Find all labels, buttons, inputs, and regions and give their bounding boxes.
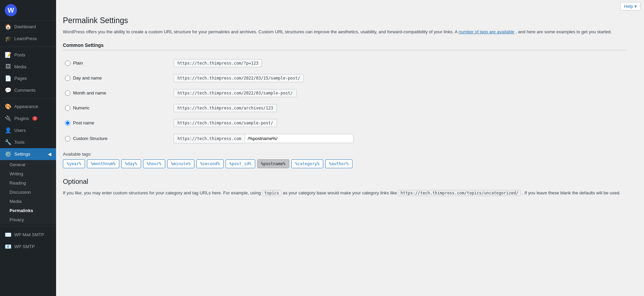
tag-year[interactable]: %year% — [63, 159, 85, 168]
submenu-discussion[interactable]: Discussion — [0, 188, 56, 197]
numeric-url-sample: https://tech.thimpress.com/archives/123 — [174, 104, 277, 112]
example-url-code: https://tech.thimpress.com/topics/uncate… — [398, 190, 521, 196]
sidebar-divider-1 — [0, 47, 56, 47]
custom-structure-radio-label[interactable]: Custom Structure — [65, 136, 170, 141]
sidebar-item-label: Appearance — [14, 104, 38, 109]
sidebar-item-pages[interactable]: 📄 Pages — [0, 72, 56, 84]
sidebar-item-wp-mail-smtp[interactable]: ✉️ WP Mail SMTP — [0, 229, 56, 241]
submenu-writing[interactable]: Writing — [0, 169, 56, 178]
sidebar-logo: W — [0, 0, 56, 21]
table-row: Numeric https://tech.thimpress.com/archi… — [63, 101, 627, 116]
page-content: Permalink Settings WordPress offers you … — [56, 13, 634, 212]
table-row: Month and name https://tech.thimpress.co… — [63, 86, 627, 101]
sidebar-item-label: Media — [14, 64, 26, 69]
plain-url-sample: https://tech.thimpress.com/?p=123 — [174, 59, 262, 67]
table-row: Custom Structure https://tech.thimpress.… — [63, 130, 627, 147]
sidebar-item-label: Dashboard — [14, 24, 36, 29]
sidebar-item-media[interactable]: 🖼 Media — [0, 61, 56, 72]
available-tags-label: Available tags: — [63, 152, 627, 157]
tag-hour[interactable]: %hour% — [143, 159, 165, 168]
optional-description: If you like, you may enter custom struct… — [63, 190, 627, 197]
plugins-icon: 🔌 — [5, 115, 12, 122]
custom-structure-radio[interactable] — [65, 136, 70, 141]
post-name-radio-label[interactable]: Post name — [65, 120, 170, 126]
pages-icon: 📄 — [5, 75, 12, 82]
sidebar-divider-3 — [0, 226, 56, 227]
sidebar-item-label: LearnPress — [14, 36, 37, 41]
tag-postname[interactable]: %postname% — [257, 159, 289, 168]
sidebar-item-label: WP Mail SMTP — [14, 232, 44, 237]
sidebar-item-users[interactable]: 👤 Users — [0, 124, 56, 136]
wp-mail-smtp-icon: ✉️ — [5, 231, 12, 238]
tag-day[interactable]: %day% — [121, 159, 141, 168]
numeric-radio[interactable] — [65, 105, 70, 111]
tag-category[interactable]: %category% — [291, 159, 323, 168]
day-and-name-radio[interactable] — [65, 75, 70, 81]
tags-list: %year%%monthnum%%day%%hour%%minute%%seco… — [63, 159, 627, 168]
sidebar-item-wp-smtp[interactable]: 📧 WP SMTP — [0, 241, 56, 253]
topics-code: topics — [262, 190, 281, 196]
sidebar-item-label: Posts — [14, 52, 25, 57]
tag-minute[interactable]: %minute% — [167, 159, 194, 168]
table-row: Day and name https://tech.thimpress.com/… — [63, 71, 627, 86]
tag-monthnum[interactable]: %monthnum% — [87, 159, 119, 168]
tools-icon: 🔧 — [5, 139, 12, 145]
submenu-general[interactable]: General — [0, 160, 56, 169]
sidebar-item-label: Plugins — [14, 116, 29, 121]
help-button[interactable]: Help ▾ — [620, 2, 641, 11]
sidebar-item-comments[interactable]: 💬 Comments — [0, 84, 56, 96]
submenu-media[interactable]: Media — [0, 197, 56, 206]
sidebar-item-posts[interactable]: 📝 Posts — [0, 49, 56, 61]
common-settings-title: Common Settings — [63, 42, 627, 50]
optional-title: Optional — [63, 178, 627, 186]
intro-paragraph: WordPress offers you the ability to crea… — [63, 29, 627, 36]
topbar: Help ▾ — [56, 0, 644, 13]
posts-icon: 📝 — [5, 52, 12, 58]
sidebar-item-dashboard[interactable]: 🏠 Dashboard — [0, 21, 56, 33]
users-icon: 👤 — [5, 127, 12, 134]
media-icon: 🖼 — [5, 64, 12, 70]
learnpress-icon: 🎓 — [5, 35, 12, 42]
sidebar-item-label: Comments — [14, 88, 36, 93]
plain-radio[interactable] — [65, 60, 70, 66]
sidebar-divider-2 — [0, 98, 56, 99]
tags-link[interactable]: number of tags are available — [458, 29, 514, 34]
sidebar-item-appearance[interactable]: 🎨 Appearance — [0, 101, 56, 112]
custom-structure-row: https://tech.thimpress.com — [174, 134, 625, 143]
tag-second[interactable]: %second% — [196, 159, 224, 168]
wp-smtp-icon: 📧 — [5, 243, 12, 250]
sidebar-item-label: Pages — [14, 76, 27, 81]
sidebar-item-tools[interactable]: 🔧 Tools — [0, 136, 56, 148]
sidebar: W 🏠 Dashboard 🎓 LearnPress 📝 Posts 🖼 Med… — [0, 0, 56, 296]
sidebar-item-learnpress[interactable]: 🎓 LearnPress — [0, 33, 56, 45]
comments-icon: 💬 — [5, 87, 12, 93]
sidebar-item-label: Users — [14, 128, 26, 133]
plain-radio-label[interactable]: Plain — [65, 60, 170, 66]
custom-url-input[interactable] — [245, 134, 353, 143]
submenu-privacy[interactable]: Privacy — [0, 215, 56, 224]
sidebar-nav: 🏠 Dashboard 🎓 LearnPress 📝 Posts 🖼 Media… — [0, 21, 56, 253]
dashboard-icon: 🏠 — [5, 23, 12, 30]
sidebar-item-label: Settings — [14, 152, 30, 157]
month-and-name-radio-label[interactable]: Month and name — [65, 90, 170, 96]
day-and-name-radio-label[interactable]: Day and name — [65, 75, 170, 81]
sidebar-item-settings[interactable]: ⚙️ Settings ◀ — [0, 148, 56, 160]
tag-post_id[interactable]: %post_id% — [226, 159, 255, 168]
table-row: Post name https://tech.thimpress.com/sam… — [63, 116, 627, 130]
submenu-reading[interactable]: Reading — [0, 178, 56, 188]
custom-url-prefix: https://tech.thimpress.com — [174, 134, 245, 143]
appearance-icon: 🎨 — [5, 103, 12, 110]
numeric-radio-label[interactable]: Numeric — [65, 105, 170, 111]
submenu-permalinks[interactable]: Permalinks — [0, 206, 56, 215]
tag-author[interactable]: %author% — [325, 159, 352, 168]
post-name-radio[interactable] — [65, 120, 70, 126]
sidebar-item-label: Tools — [14, 140, 24, 145]
sidebar-item-plugins[interactable]: 🔌 Plugins 3 — [0, 112, 56, 124]
month-and-name-radio[interactable] — [65, 90, 70, 96]
available-tags-section: Available tags: %year%%monthnum%%day%%ho… — [63, 152, 627, 168]
settings-icon: ⚙️ — [5, 151, 12, 157]
main-content: Help ▾ Permalink Settings WordPress offe… — [56, 0, 644, 296]
page-title: Permalink Settings — [63, 16, 627, 25]
day-and-name-url-sample: https://tech.thimpress.com/2022/03/15/sa… — [174, 74, 304, 82]
permalink-options-table: Plain https://tech.thimpress.com/?p=123 … — [63, 56, 627, 147]
